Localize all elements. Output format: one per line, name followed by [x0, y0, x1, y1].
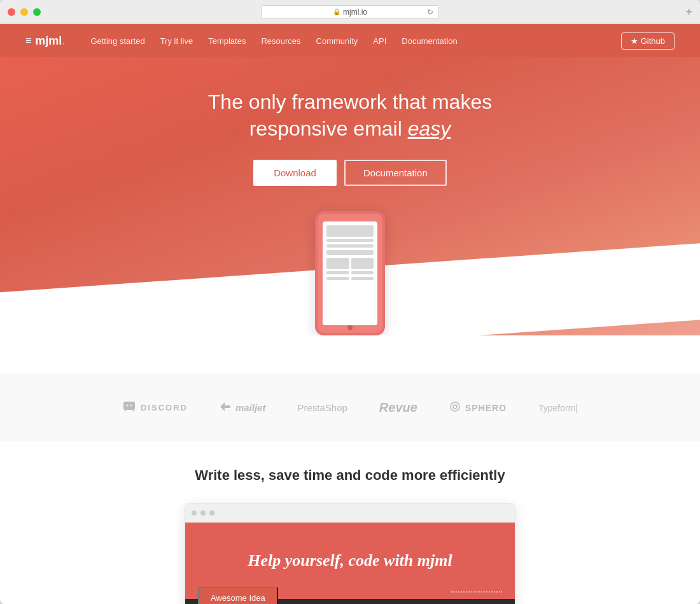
logo[interactable]: ≡ mjml.: [25, 34, 65, 48]
code-preview-text: Help yourself, code with mjml: [248, 551, 452, 570]
documentation-button[interactable]: Documentation: [344, 160, 447, 186]
nav-documentation[interactable]: Documentation: [402, 36, 457, 46]
phone-block-1: [326, 258, 349, 269]
section-title: Write less, save time and code more effi…: [25, 467, 675, 484]
svg-point-5: [453, 405, 457, 409]
brands-section: DISCORD mailjet PrestaShop Revue sphero: [0, 374, 700, 442]
navbar: ≡ mjml. Getting started Try it live Temp…: [0, 24, 700, 57]
logo-icon: ≡: [25, 35, 31, 46]
code-window-titlebar: [185, 503, 515, 523]
phone-line-3: [326, 250, 374, 255]
phone-illustration: [315, 211, 385, 335]
code-preview: Help yourself, code with mjml Awesome Id…: [185, 523, 515, 599]
phone-line-1: [326, 239, 374, 242]
page-content: ≡ mjml. Getting started Try it live Temp…: [0, 24, 700, 604]
svg-rect-0: [123, 402, 135, 410]
nav-links: Getting started Try it live Templates Re…: [90, 36, 457, 46]
refresh-icon[interactable]: ↻: [427, 8, 433, 17]
brand-prestashop: PrestaShop: [297, 402, 347, 413]
brand-revue: Revue: [379, 400, 417, 415]
awesome-idea-button[interactable]: Awesome Idea: [198, 587, 278, 604]
mailjet-label: mailjet: [235, 402, 266, 413]
nav-api[interactable]: API: [373, 36, 386, 46]
lock-icon: 🔒: [333, 8, 340, 15]
brand-discord: DISCORD: [122, 399, 188, 416]
revue-label: Revue: [379, 400, 417, 415]
phone-line-2: [326, 244, 374, 248]
code-dot-1: [192, 510, 197, 516]
hero-title: The only framework that makes responsive…: [0, 89, 700, 142]
nav-resources[interactable]: Resources: [261, 36, 300, 46]
nav-getting-started[interactable]: Getting started: [90, 36, 144, 46]
svg-marker-3: [220, 402, 230, 411]
phone-mockup: [0, 211, 700, 335]
phone-line-6: [351, 271, 374, 274]
hero-section: The only framework that makes responsive…: [0, 57, 700, 335]
code-window: Help yourself, code with mjml Awesome Id…: [185, 503, 515, 604]
prestashop-label: PrestaShop: [297, 402, 347, 413]
mailjet-icon: [220, 401, 231, 414]
discord-label: DISCORD: [141, 403, 188, 412]
hero-title-line1: The only framework that makes: [208, 90, 492, 113]
titlebar: 🔒 mjml.io ↻ +: [0, 0, 700, 24]
brand-mailjet: mailjet: [220, 401, 266, 414]
brand-sphero: sphero: [449, 401, 507, 414]
logo-text: mjml.: [35, 34, 65, 48]
logo-dot: .: [62, 34, 65, 47]
brand-typeform: Typeform|: [538, 403, 578, 413]
code-dot-3: [209, 510, 214, 516]
new-tab-button[interactable]: +: [685, 6, 692, 18]
url-text: mjml.io: [343, 8, 367, 17]
maximize-button[interactable]: [33, 8, 41, 16]
typeform-label: Typeform|: [538, 403, 578, 413]
phone-line-7: [351, 277, 374, 280]
nav-community[interactable]: Community: [316, 36, 358, 46]
nav-templates[interactable]: Templates: [208, 36, 246, 46]
hero-title-line2: responsive email: [249, 117, 408, 140]
phone-col-right: [351, 258, 374, 281]
svg-point-4: [451, 402, 459, 411]
phone-line-4: [326, 271, 349, 274]
url-bar[interactable]: 🔒 mjml.io ↻: [261, 5, 439, 19]
traffic-lights: [8, 8, 41, 16]
phone-line-5: [326, 277, 349, 280]
svg-point-1: [126, 405, 128, 407]
phone-header-block: [326, 225, 374, 237]
phone-home-button: [347, 325, 353, 330]
nav-try-it-live[interactable]: Try it live: [160, 36, 193, 46]
dotted-line-decoration: [451, 591, 502, 593]
minimize-button[interactable]: [20, 8, 28, 16]
browser-window: 🔒 mjml.io ↻ + ≡ mjml. Getting started Tr…: [0, 0, 700, 604]
code-dot-2: [200, 510, 206, 516]
code-section: Write less, save time and code more effi…: [0, 442, 700, 604]
svg-point-2: [130, 405, 132, 407]
sphero-label: sphero: [465, 403, 507, 413]
close-button[interactable]: [8, 8, 15, 16]
phone-two-col: [326, 258, 374, 281]
download-button[interactable]: Download: [253, 160, 337, 186]
hero-title-italic: easy: [408, 117, 451, 140]
hero-text: The only framework that makes responsive…: [0, 89, 700, 142]
github-button[interactable]: ★ Github: [621, 32, 675, 50]
hero-buttons: Download Documentation: [0, 160, 700, 186]
phone-screen: [323, 221, 377, 325]
phone-block-2: [351, 258, 374, 269]
sphero-icon: [449, 401, 461, 414]
phone-col-left: [326, 258, 349, 281]
discord-icon: [122, 399, 136, 416]
